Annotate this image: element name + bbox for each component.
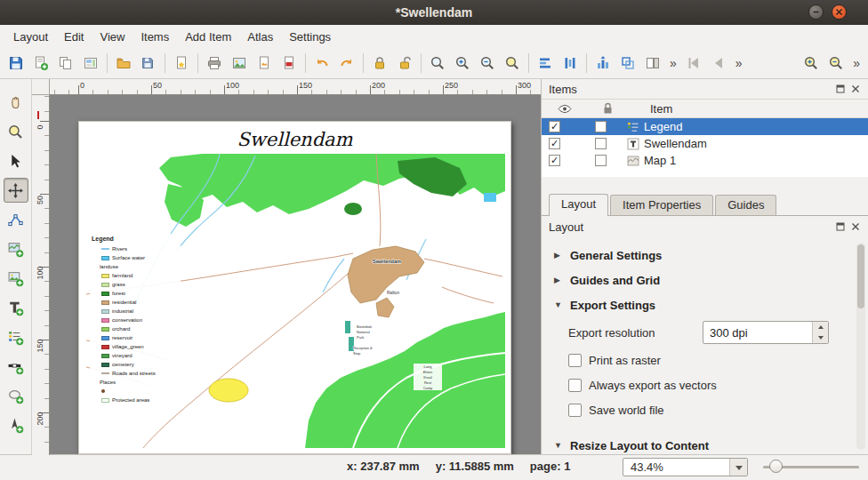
duplicate-layout-button[interactable]	[54, 52, 77, 75]
export-vectors-checkbox[interactable]	[568, 379, 582, 392]
items-panel-float-button[interactable]	[835, 84, 846, 94]
zoom-out-button[interactable]	[476, 52, 499, 75]
visibility-checkbox[interactable]: ✓	[549, 155, 560, 166]
visibility-eye-icon	[558, 103, 572, 115]
map-title-label[interactable]: Swellendam	[79, 129, 510, 150]
menu-item[interactable]: Edit	[56, 27, 92, 47]
menu-item[interactable]: View	[92, 27, 133, 47]
ruler-cursor-indicator	[37, 111, 39, 119]
add-label-tool-button[interactable]	[4, 295, 28, 320]
toolbar-overflow-icon[interactable]: »	[849, 56, 864, 70]
spin-down-button[interactable]	[813, 332, 828, 343]
layout-page[interactable]: Swellendam	[78, 121, 511, 454]
legend-entry: Rivers	[92, 244, 181, 253]
legend-entry: grass	[92, 280, 181, 289]
lock-checkbox[interactable]	[595, 121, 607, 132]
add-scalebar-tool-button[interactable]	[4, 354, 28, 379]
ruler-number: 0	[80, 81, 84, 90]
tab-guides[interactable]: Guides	[715, 195, 776, 215]
toolbar-overflow-icon[interactable]: »	[666, 56, 680, 70]
layout-canvas[interactable]: Swellendam	[50, 95, 541, 455]
menu-item[interactable]: Add Item	[177, 27, 239, 47]
group-items-button[interactable]	[616, 52, 639, 75]
item-label: Swellendam	[644, 137, 707, 150]
lock-checkbox[interactable]	[595, 155, 607, 166]
section-guides-and-grid[interactable]: ▶ Guides and Grid	[542, 268, 868, 292]
legend-item[interactable]: Legend Rivers Surfa	[90, 234, 181, 406]
print-button[interactable]	[203, 52, 226, 75]
zoom-dropdown-button[interactable]	[729, 459, 747, 476]
edit-nodes-tool-button[interactable]	[4, 207, 28, 232]
menu-item[interactable]: Items	[133, 27, 177, 47]
layout-panel-float-button[interactable]	[835, 221, 846, 232]
align-items-button[interactable]	[534, 52, 557, 75]
new-layout-button[interactable]	[29, 52, 52, 75]
layout-manager-icon	[83, 55, 99, 71]
load-template-button[interactable]	[112, 52, 135, 75]
add-map-tool-button[interactable]	[4, 236, 28, 261]
pan-tool-button[interactable]	[4, 90, 28, 115]
section-resize-layout[interactable]: ▼ Resize Layout to Content	[542, 433, 868, 455]
undo-button[interactable]	[310, 52, 334, 75]
close-button[interactable]	[832, 4, 847, 20]
raise-items-button[interactable]	[591, 52, 615, 75]
zoom-actual-button[interactable]	[501, 52, 524, 75]
unlock-items-button[interactable]	[393, 52, 416, 75]
atlas-first-button[interactable]	[682, 52, 705, 75]
items-row-legend[interactable]: ✓ Legend	[542, 118, 868, 135]
zoom-full-button[interactable]	[426, 52, 449, 75]
add-picture-tool-button[interactable]	[4, 266, 28, 291]
add-north-arrow-tool-button[interactable]	[4, 412, 28, 437]
save-template-button[interactable]	[137, 52, 160, 75]
ruler-number: 50	[153, 81, 162, 90]
zoom-full-icon	[430, 55, 446, 71]
menu-item[interactable]: Layout	[5, 27, 56, 47]
visibility-checkbox[interactable]: ✓	[549, 121, 560, 132]
atlas-prev-button[interactable]	[707, 52, 730, 75]
scrollbar-thumb[interactable]	[857, 244, 864, 308]
add-shape-tool-button[interactable]	[4, 383, 28, 408]
zoom-in-button[interactable]	[451, 52, 474, 75]
items-row-swellendam[interactable]: ✓ Swellendam	[542, 135, 868, 152]
canvas-zoom-in-button[interactable]	[800, 52, 823, 75]
export-image-button[interactable]	[228, 52, 251, 75]
zoom-slider[interactable]	[761, 455, 861, 477]
redo-button[interactable]	[335, 52, 358, 75]
preview-mode-button[interactable]	[641, 52, 664, 75]
layout-manager-button[interactable]	[79, 52, 102, 75]
export-resolution-value[interactable]: 300 dpi	[703, 322, 812, 343]
tab-item-properties[interactable]: Item Properties	[610, 195, 713, 215]
select-move-item-tool-button[interactable]	[4, 148, 28, 173]
zoom-level-combobox[interactable]: 43.4%	[623, 458, 748, 476]
lock-items-button[interactable]	[368, 52, 391, 75]
print-as-raster-checkbox[interactable]	[568, 354, 582, 367]
toolbar-overflow-icon[interactable]: »	[732, 56, 746, 70]
layout-panel-close-button[interactable]	[850, 221, 861, 232]
canvas-zoom-out-button[interactable]	[824, 52, 848, 75]
spin-up-button[interactable]	[813, 322, 828, 332]
section-export-settings[interactable]: ▼ Export Settings	[542, 292, 868, 317]
export-pdf-button[interactable]	[277, 52, 301, 75]
minimize-button[interactable]	[808, 4, 824, 20]
section-label: Export Settings	[570, 299, 655, 312]
slider-thumb[interactable]	[769, 460, 783, 473]
new-report-button[interactable]	[170, 52, 193, 75]
menu-item[interactable]: Settings	[281, 27, 339, 47]
tab-layout[interactable]: Layout	[549, 194, 608, 216]
move-item-content-tool-button[interactable]	[4, 178, 28, 203]
section-general-settings[interactable]: ▶ General Settings	[542, 243, 868, 268]
menu-item[interactable]: Atlas	[239, 27, 281, 47]
add-legend-tool-button[interactable]	[4, 324, 28, 349]
export-resolution-spinbox[interactable]: 300 dpi	[703, 321, 829, 344]
zoom-tool-button[interactable]	[4, 119, 28, 144]
zoom-level-value[interactable]: 43.4%	[623, 459, 729, 476]
lock-checkbox[interactable]	[595, 138, 607, 149]
save-project-button[interactable]	[4, 52, 28, 75]
distribute-items-button[interactable]	[559, 52, 582, 75]
save-world-file-checkbox[interactable]	[568, 404, 582, 417]
export-svg-button[interactable]	[253, 52, 276, 75]
visibility-checkbox[interactable]: ✓	[549, 138, 560, 149]
items-row-map1[interactable]: ✓ Map 1	[542, 152, 868, 169]
panel-scrollbar[interactable]	[856, 243, 865, 450]
items-panel-close-button[interactable]	[850, 84, 861, 94]
